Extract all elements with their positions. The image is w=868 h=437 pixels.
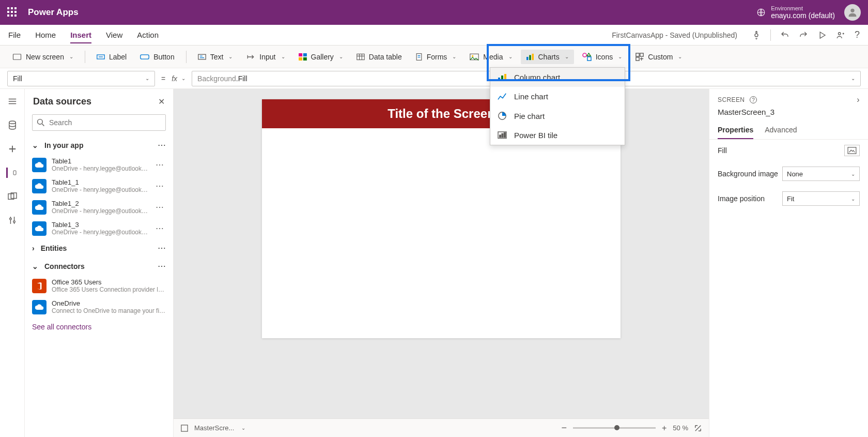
checkbox-icon[interactable] — [181, 425, 188, 432]
tab-advanced[interactable]: Advanced — [765, 122, 797, 139]
zoom-slider[interactable] — [573, 427, 656, 429]
chevron-down-icon[interactable]: ⌄ — [241, 425, 245, 431]
text-button[interactable]: Text⌄ — [193, 50, 238, 64]
share-icon[interactable] — [836, 31, 845, 40]
text-icon — [198, 53, 206, 61]
svg-point-18 — [583, 53, 586, 56]
dropdown-powerbi-tile[interactable]: Power BI tile — [490, 126, 625, 145]
color-icon — [847, 147, 857, 154]
group-entities[interactable]: ›Entities ⋯ — [25, 239, 173, 257]
group-in-your-app[interactable]: ⌄In your app ⋯ — [25, 136, 173, 154]
search-input[interactable] — [32, 114, 166, 131]
user-avatar[interactable] — [844, 4, 861, 21]
table-row[interactable]: Table1OneDrive - henry.legge@outlook.com… — [25, 154, 173, 175]
zoom-out-icon[interactable]: − — [562, 423, 567, 433]
insert-rail-icon[interactable] — [7, 144, 18, 154]
app-launcher-icon[interactable] — [7, 7, 18, 18]
chevron-right-icon: › — [32, 244, 35, 252]
label-button[interactable]: Label — [91, 50, 132, 64]
menu-file[interactable]: File — [8, 31, 21, 39]
custom-icon — [636, 53, 644, 61]
help-icon[interactable]: ? — [855, 29, 860, 40]
powerbi-icon — [498, 131, 507, 140]
button-icon — [140, 53, 149, 61]
table-row[interactable]: Table1_3OneDrive - henry.legge@outlook.c… — [25, 218, 173, 239]
dropdown-pie-chart[interactable]: Pie chart — [490, 106, 625, 126]
svg-point-31 — [9, 121, 15, 124]
more-icon[interactable]: ⋯ — [158, 243, 166, 253]
datasources-rail-icon[interactable] — [6, 168, 17, 178]
more-icon[interactable]: ⋯ — [158, 261, 166, 271]
menu-view[interactable]: View — [106, 31, 122, 39]
dropdown-line-chart[interactable]: Line chart — [490, 87, 625, 106]
svg-point-35 — [9, 218, 11, 220]
menu-action[interactable]: Action — [137, 31, 159, 39]
property-selector[interactable]: Fill ⌄ — [7, 71, 155, 86]
fill-color-picker[interactable] — [844, 145, 860, 156]
group-connectors[interactable]: ⌄Connectors ⋯ — [25, 257, 173, 275]
footer-screen-name[interactable]: MasterScre... — [194, 424, 234, 432]
play-icon[interactable] — [817, 31, 827, 40]
charts-button[interactable]: Charts⌄ — [521, 50, 574, 64]
more-icon[interactable]: ⋯ — [153, 223, 166, 233]
more-icon[interactable]: ⋯ — [153, 160, 166, 170]
forms-icon — [415, 53, 423, 61]
media-button[interactable]: Media⌄ — [464, 50, 517, 64]
icons-button[interactable]: Icons⌄ — [577, 50, 627, 64]
gallery-button[interactable]: Gallery⌄ — [293, 50, 348, 64]
svg-rect-10 — [303, 57, 306, 60]
formula-bar: Fill ⌄ = fx ⌄ Background.Fill ⌄ — [0, 68, 868, 89]
more-icon[interactable]: ⋯ — [158, 140, 166, 150]
tree-view-icon[interactable] — [7, 96, 18, 107]
fit-to-window-icon[interactable] — [694, 425, 702, 432]
environment-picker[interactable]: Environment enayu.com (default) — [756, 6, 835, 20]
close-icon[interactable]: ✕ — [158, 97, 165, 107]
advanced-tools-icon[interactable] — [7, 215, 18, 225]
data-icon[interactable] — [7, 120, 18, 130]
custom-button[interactable]: Custom⌄ — [630, 50, 687, 64]
svg-point-14 — [472, 55, 473, 56]
media-rail-icon[interactable] — [7, 191, 18, 202]
gallery-icon — [299, 53, 307, 61]
data-sources-panel: Data sources ✕ ⌄In your app ⋯ Table1OneD… — [25, 89, 174, 437]
app-checker-icon[interactable] — [752, 31, 761, 40]
bgimage-select[interactable]: None⌄ — [782, 167, 860, 181]
chevron-down-icon: ⌄ — [851, 171, 855, 177]
svg-rect-5 — [141, 54, 149, 58]
zoom-in-icon[interactable]: + — [662, 424, 667, 433]
table-row[interactable]: Table1_1OneDrive - henry.legge@outlook.c… — [25, 175, 173, 197]
equals-label: = — [161, 74, 165, 83]
svg-rect-39 — [848, 147, 856, 154]
new-screen-button[interactable]: New screen⌄ — [7, 50, 79, 64]
connector-row[interactable]: OneDriveConnect to OneDrive to manage yo… — [25, 296, 173, 318]
undo-icon[interactable] — [780, 31, 789, 40]
document-status: FirstCanvasApp - Saved (Unpublished) — [612, 31, 737, 39]
more-icon[interactable]: ⋯ — [153, 202, 166, 212]
svg-point-1 — [850, 9, 854, 12]
tab-properties[interactable]: Properties — [718, 122, 753, 139]
screen-icon — [12, 53, 22, 61]
chevron-down-icon: ⌄ — [32, 141, 38, 149]
table-row[interactable]: Table1_2OneDrive - henry.legge@outlook.c… — [25, 197, 173, 218]
properties-panel: SCREEN ? › MasterScreen_3 Properties Adv… — [709, 89, 868, 437]
svg-rect-3 — [13, 54, 21, 59]
svg-rect-12 — [416, 53, 422, 60]
help-icon[interactable]: ? — [750, 96, 757, 103]
connector-row[interactable]: Office 365 UsersOffice 365 Users Connect… — [25, 275, 173, 296]
see-all-connectors-link[interactable]: See all connectors — [25, 318, 173, 336]
input-button[interactable]: Input⌄ — [241, 50, 290, 64]
svg-rect-30 — [504, 132, 506, 137]
more-icon[interactable]: ⋯ — [153, 181, 166, 191]
fx-button[interactable]: fx ⌄ — [172, 74, 185, 83]
onedrive-icon — [32, 300, 47, 314]
data-table-button[interactable]: Data table — [351, 50, 407, 64]
imgpos-select[interactable]: Fit⌄ — [782, 191, 860, 206]
forms-button[interactable]: Forms⌄ — [410, 50, 462, 64]
dropdown-column-chart[interactable]: Column chart — [490, 68, 625, 87]
menu-home[interactable]: Home — [35, 31, 56, 39]
app-header: Power Apps Environment enayu.com (defaul… — [0, 0, 868, 25]
redo-icon[interactable] — [799, 31, 808, 40]
chevron-right-icon[interactable]: › — [857, 95, 860, 104]
button-button[interactable]: Button — [135, 50, 179, 64]
menu-insert[interactable]: Insert — [70, 31, 91, 43]
